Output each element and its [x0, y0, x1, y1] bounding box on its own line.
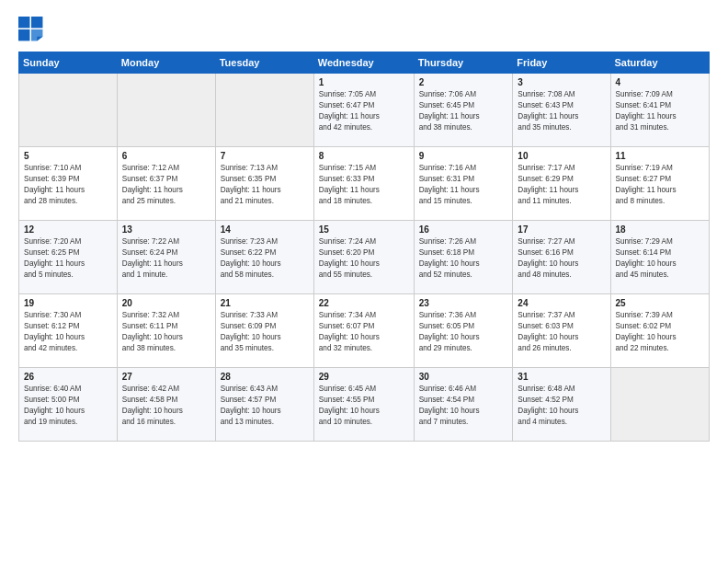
calendar-cell: [610, 368, 710, 442]
svg-marker-3: [31, 29, 42, 40]
svg-marker-4: [37, 37, 42, 41]
day-number: 8: [319, 151, 409, 161]
day-info: Sunrise: 7:33 AM Sunset: 6:09 PM Dayligh…: [221, 310, 309, 354]
calendar-cell: 31Sunrise: 6:48 AM Sunset: 4:52 PM Dayli…: [513, 368, 610, 442]
calendar-cell: [117, 74, 215, 147]
calendar-cell: 29Sunrise: 6:45 AM Sunset: 4:55 PM Dayli…: [313, 368, 414, 442]
calendar-week-1: 1Sunrise: 7:05 AM Sunset: 6:47 PM Daylig…: [19, 74, 710, 147]
calendar-cell: 12Sunrise: 7:20 AM Sunset: 6:25 PM Dayli…: [19, 221, 118, 294]
day-number: 6: [122, 151, 210, 161]
calendar-cell: 6Sunrise: 7:12 AM Sunset: 6:37 PM Daylig…: [117, 147, 215, 221]
day-info: Sunrise: 6:42 AM Sunset: 4:58 PM Dayligh…: [122, 384, 210, 428]
day-info: Sunrise: 7:36 AM Sunset: 6:05 PM Dayligh…: [419, 310, 508, 354]
calendar-cell: 24Sunrise: 7:37 AM Sunset: 6:03 PM Dayli…: [513, 294, 610, 368]
day-info: Sunrise: 6:45 AM Sunset: 4:55 PM Dayligh…: [319, 384, 409, 428]
calendar-cell: 25Sunrise: 7:39 AM Sunset: 6:02 PM Dayli…: [610, 294, 710, 368]
day-info: Sunrise: 7:23 AM Sunset: 6:22 PM Dayligh…: [221, 236, 309, 281]
day-number: 20: [122, 298, 210, 308]
day-number: 28: [221, 372, 309, 382]
calendar-cell: 11Sunrise: 7:19 AM Sunset: 6:27 PM Dayli…: [610, 147, 710, 221]
calendar-cell: 1Sunrise: 7:05 AM Sunset: 6:47 PM Daylig…: [313, 74, 414, 147]
calendar-cell: [19, 74, 118, 147]
weekday-header-wednesday: Wednesday: [313, 52, 414, 74]
calendar-cell: 13Sunrise: 7:22 AM Sunset: 6:24 PM Dayli…: [117, 221, 215, 294]
weekday-header-sunday: Sunday: [19, 52, 118, 74]
day-number: 16: [419, 224, 508, 235]
day-info: Sunrise: 6:40 AM Sunset: 5:00 PM Dayligh…: [24, 384, 112, 428]
day-number: 4: [616, 77, 705, 87]
day-number: 19: [24, 298, 112, 308]
day-info: Sunrise: 7:30 AM Sunset: 6:12 PM Dayligh…: [24, 310, 112, 354]
day-info: Sunrise: 7:13 AM Sunset: 6:35 PM Dayligh…: [221, 163, 309, 207]
day-number: 21: [221, 298, 309, 308]
calendar-cell: 2Sunrise: 7:06 AM Sunset: 6:45 PM Daylig…: [414, 74, 513, 147]
day-number: 31: [518, 372, 605, 382]
calendar-cell: 9Sunrise: 7:16 AM Sunset: 6:31 PM Daylig…: [414, 147, 513, 221]
calendar-cell: 18Sunrise: 7:29 AM Sunset: 6:14 PM Dayli…: [610, 221, 710, 294]
day-number: 17: [518, 224, 605, 235]
calendar-cell: 8Sunrise: 7:15 AM Sunset: 6:33 PM Daylig…: [313, 147, 414, 221]
logo-icon: [18, 17, 44, 42]
day-number: 7: [221, 151, 309, 161]
calendar-cell: 16Sunrise: 7:26 AM Sunset: 6:18 PM Dayli…: [414, 221, 513, 294]
day-info: Sunrise: 7:10 AM Sunset: 6:39 PM Dayligh…: [24, 163, 112, 207]
day-number: 22: [319, 298, 409, 308]
calendar-cell: 19Sunrise: 7:30 AM Sunset: 6:12 PM Dayli…: [19, 294, 118, 368]
day-number: 26: [24, 372, 112, 382]
calendar-cell: 27Sunrise: 6:42 AM Sunset: 4:58 PM Dayli…: [117, 368, 215, 442]
day-info: Sunrise: 7:06 AM Sunset: 6:45 PM Dayligh…: [419, 89, 508, 133]
calendar-cell: 15Sunrise: 7:24 AM Sunset: 6:20 PM Dayli…: [313, 221, 414, 294]
day-number: 30: [419, 372, 508, 382]
day-number: 25: [616, 298, 705, 308]
day-number: 9: [419, 151, 508, 161]
day-info: Sunrise: 7:20 AM Sunset: 6:25 PM Dayligh…: [24, 236, 112, 281]
calendar-header: SundayMondayTuesdayWednesdayThursdayFrid…: [19, 52, 710, 74]
day-number: 14: [221, 224, 309, 235]
day-info: Sunrise: 7:37 AM Sunset: 6:03 PM Dayligh…: [518, 310, 605, 354]
day-info: Sunrise: 6:46 AM Sunset: 4:54 PM Dayligh…: [419, 384, 508, 428]
day-number: 12: [24, 224, 112, 235]
calendar-cell: 4Sunrise: 7:09 AM Sunset: 6:41 PM Daylig…: [610, 74, 710, 147]
calendar-cell: 7Sunrise: 7:13 AM Sunset: 6:35 PM Daylig…: [215, 147, 313, 221]
svg-rect-2: [18, 29, 29, 40]
day-number: 18: [616, 224, 705, 235]
day-number: 24: [518, 298, 605, 308]
day-info: Sunrise: 7:08 AM Sunset: 6:43 PM Dayligh…: [518, 89, 605, 133]
calendar-cell: 20Sunrise: 7:32 AM Sunset: 6:11 PM Dayli…: [117, 294, 215, 368]
calendar-cell: 22Sunrise: 7:34 AM Sunset: 6:07 PM Dayli…: [313, 294, 414, 368]
day-info: Sunrise: 7:15 AM Sunset: 6:33 PM Dayligh…: [319, 163, 409, 207]
day-number: 29: [319, 372, 409, 382]
calendar-cell: 5Sunrise: 7:10 AM Sunset: 6:39 PM Daylig…: [19, 147, 118, 221]
day-info: Sunrise: 7:16 AM Sunset: 6:31 PM Dayligh…: [419, 163, 508, 207]
day-number: 3: [518, 77, 605, 87]
day-info: Sunrise: 7:32 AM Sunset: 6:11 PM Dayligh…: [122, 310, 210, 354]
calendar-cell: 14Sunrise: 7:23 AM Sunset: 6:22 PM Dayli…: [215, 221, 313, 294]
day-info: Sunrise: 7:26 AM Sunset: 6:18 PM Dayligh…: [419, 236, 508, 281]
calendar-body: 1Sunrise: 7:05 AM Sunset: 6:47 PM Daylig…: [19, 74, 710, 442]
calendar-cell: 30Sunrise: 6:46 AM Sunset: 4:54 PM Dayli…: [414, 368, 513, 442]
day-info: Sunrise: 7:29 AM Sunset: 6:14 PM Dayligh…: [616, 236, 705, 281]
day-number: 27: [122, 372, 210, 382]
header: [18, 17, 710, 42]
calendar-cell: 21Sunrise: 7:33 AM Sunset: 6:09 PM Dayli…: [215, 294, 313, 368]
calendar-cell: 28Sunrise: 6:43 AM Sunset: 4:57 PM Dayli…: [215, 368, 313, 442]
calendar-week-2: 5Sunrise: 7:10 AM Sunset: 6:39 PM Daylig…: [19, 147, 710, 221]
calendar-table: SundayMondayTuesdayWednesdayThursdayFrid…: [18, 52, 710, 442]
calendar-week-3: 12Sunrise: 7:20 AM Sunset: 6:25 PM Dayli…: [19, 221, 710, 294]
calendar-cell: [215, 74, 313, 147]
weekday-header-thursday: Thursday: [414, 52, 513, 74]
day-number: 10: [518, 151, 605, 161]
calendar-cell: 26Sunrise: 6:40 AM Sunset: 5:00 PM Dayli…: [19, 368, 118, 442]
svg-rect-1: [31, 17, 42, 28]
day-info: Sunrise: 7:05 AM Sunset: 6:47 PM Dayligh…: [319, 89, 409, 133]
day-info: Sunrise: 6:48 AM Sunset: 4:52 PM Dayligh…: [518, 384, 605, 428]
calendar-week-5: 26Sunrise: 6:40 AM Sunset: 5:00 PM Dayli…: [19, 368, 710, 442]
logo: [18, 17, 48, 42]
day-number: 5: [24, 151, 112, 161]
day-info: Sunrise: 7:19 AM Sunset: 6:27 PM Dayligh…: [616, 163, 705, 207]
calendar-cell: 17Sunrise: 7:27 AM Sunset: 6:16 PM Dayli…: [513, 221, 610, 294]
calendar-week-4: 19Sunrise: 7:30 AM Sunset: 6:12 PM Dayli…: [19, 294, 710, 368]
weekday-header-friday: Friday: [513, 52, 610, 74]
day-number: 11: [616, 151, 705, 161]
day-number: 1: [319, 77, 409, 87]
